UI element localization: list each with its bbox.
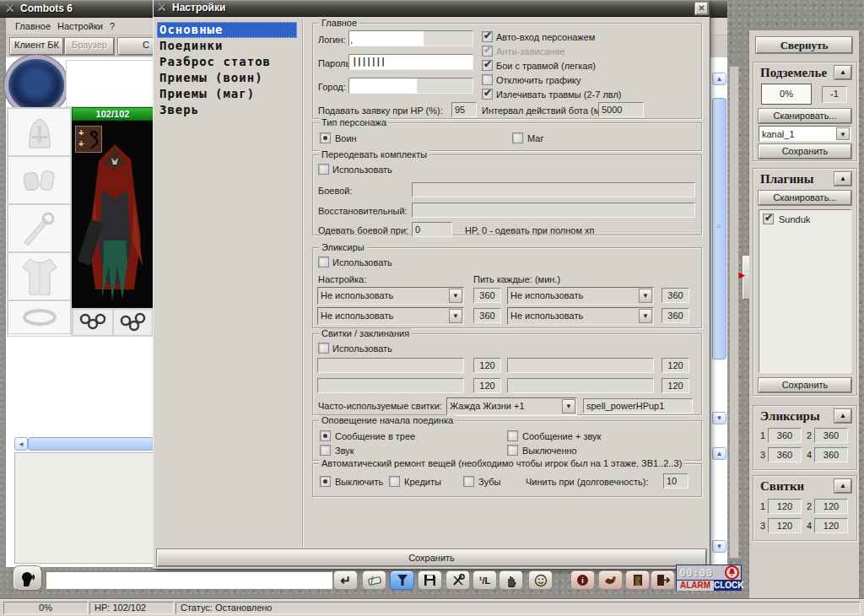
autologin-checkbox[interactable]	[482, 31, 493, 42]
dropdown-arrow-icon[interactable]: ▼	[639, 289, 652, 303]
elixir-minutes-4[interactable]: 360	[662, 308, 689, 323]
elixirs-use-checkbox[interactable]	[318, 257, 329, 267]
formula-button[interactable]: ¹/L	[472, 570, 497, 590]
scrolls-use-checkbox[interactable]	[318, 343, 329, 354]
dialog-titlebar[interactable]: ⚔ Настройки ✕	[154, 0, 710, 17]
notify-tray-radio[interactable]	[320, 430, 331, 441]
scroll-minutes-4[interactable]: 120	[662, 378, 689, 393]
vscroll2-up-icon[interactable]: ▲	[712, 447, 726, 460]
repair-at-field[interactable]: 10	[663, 473, 688, 489]
elixir-cell-value[interactable]: 360	[814, 447, 848, 462]
hands-button[interactable]	[598, 570, 623, 590]
category-item-priemy-voin[interactable]: Приемы (воин)	[157, 70, 297, 86]
vscroll-thumb[interactable]: ≡	[712, 98, 726, 359]
slot-belt[interactable]	[8, 300, 71, 334]
dropdown-arrow-icon[interactable]: ▼	[449, 309, 462, 323]
hand-button[interactable]	[499, 570, 523, 590]
eraser-button[interactable]	[362, 570, 386, 590]
battle-set-field[interactable]	[412, 182, 695, 197]
plugin-list-item[interactable]: Sunduk	[763, 213, 847, 227]
category-item-razbros[interactable]: Разброс статов	[157, 54, 297, 70]
clock-label[interactable]: CLOCK	[714, 580, 742, 591]
chat-button[interactable]	[14, 566, 42, 591]
disable-graphics-checkbox[interactable]	[482, 74, 493, 85]
scroll-minutes-2[interactable]: 120	[662, 358, 689, 373]
slot-helmet[interactable]	[8, 108, 71, 156]
dialog-save-button[interactable]: Сохранить	[157, 549, 706, 566]
heal-injuries-checkbox[interactable]	[482, 89, 493, 100]
menu-settings[interactable]: Настройки	[57, 21, 103, 31]
dungeon-channel-select[interactable]: kanal_1▼	[759, 126, 851, 142]
elixirs-collapse-icon[interactable]: ▲	[834, 409, 851, 423]
mage-radio[interactable]	[512, 132, 523, 143]
scroll-cell-value[interactable]: 120	[768, 499, 802, 514]
dropdown-arrow-icon[interactable]: ▼	[449, 289, 462, 303]
menu-help[interactable]: ?	[110, 21, 115, 31]
repair-teeth-radio[interactable]	[463, 476, 474, 487]
scroll-cell-value[interactable]: 120	[814, 499, 848, 514]
slot-armor[interactable]	[8, 252, 71, 300]
splitter-red-arrow-icon[interactable]: ▸	[739, 268, 745, 281]
elixir-minutes-1[interactable]: 360	[473, 288, 501, 303]
dropdown-arrow-icon[interactable]: ▼	[639, 309, 652, 323]
slot-chain-1[interactable]	[73, 309, 113, 336]
elixir-select-4[interactable]: Не использовать▼	[507, 307, 654, 325]
scroll-minutes-1[interactable]: 120	[473, 358, 501, 373]
hscroll-thumb[interactable]	[28, 437, 154, 451]
scroll-cell-value[interactable]: 120	[814, 518, 848, 533]
smiley-button[interactable]	[528, 570, 553, 590]
notify-off-radio[interactable]	[507, 445, 518, 456]
scroll-cell-value[interactable]: 120	[768, 518, 802, 533]
recovery-set-field[interactable]	[412, 203, 695, 218]
injury-fights-checkbox[interactable]	[482, 60, 493, 71]
vscroll-up-icon[interactable]: ▲	[712, 73, 726, 85]
repair-off-radio[interactable]	[320, 476, 331, 487]
elixir-cell-value[interactable]: 360	[814, 428, 848, 443]
exit-button[interactable]	[651, 570, 675, 590]
city-field[interactable]	[348, 78, 473, 94]
client-bk-button[interactable]: Клиент БК	[10, 38, 63, 55]
elixir-select-3[interactable]: Не использовать▼	[317, 307, 464, 325]
dungeon-scan-button[interactable]: Сканировать...	[759, 109, 851, 123]
vscroll2-down-icon[interactable]: ▼	[712, 540, 726, 553]
plugins-save-button[interactable]: Сохранить	[759, 378, 851, 392]
alarm-clock-widget[interactable]: 00:00 ALARM CLOCK	[676, 565, 742, 591]
save-button[interactable]	[418, 570, 442, 590]
menu-main[interactable]: Главное	[15, 21, 51, 31]
login-field[interactable]: ,	[348, 30, 473, 46]
apply-hp-field[interactable]: 95	[451, 102, 477, 117]
elixir-cell-value[interactable]: 360	[768, 428, 802, 443]
elixir-minutes-3[interactable]: 360	[473, 308, 501, 323]
elixir-cell-value[interactable]: 360	[768, 447, 802, 462]
slot-gloves[interactable]	[8, 156, 71, 204]
bot-interval-field[interactable]: 5000	[598, 102, 644, 117]
dropdown-arrow-icon[interactable]: ▼	[562, 399, 575, 413]
elixir-select-1[interactable]: Не использовать▼	[317, 287, 464, 305]
filter-button[interactable]	[390, 570, 414, 590]
wear-battle-field[interactable]: 0	[412, 222, 452, 237]
category-item-osnovnye[interactable]: Основные	[157, 22, 297, 38]
warrior-radio[interactable]	[320, 132, 331, 143]
hscroll-left-arrow-icon[interactable]: ◄	[14, 437, 28, 451]
category-item-priemy-mag[interactable]: Приемы (маг)	[157, 86, 297, 102]
slot-weapon[interactable]	[8, 204, 71, 252]
alarm-label[interactable]: ALARM	[677, 580, 714, 591]
buff-icon[interactable]: + +	[75, 126, 102, 153]
plugins-collapse-icon[interactable]: ▲	[834, 172, 851, 186]
category-item-zver[interactable]: Зверь	[157, 102, 297, 118]
vscroll-down-icon[interactable]: ▼	[712, 412, 726, 424]
scroll-field-2[interactable]	[507, 358, 654, 373]
frequent-scrolls-select[interactable]: Жажда Жизни +1▼	[446, 397, 577, 415]
collapse-button[interactable]: Свернуть	[756, 37, 852, 53]
partial-button[interactable]: С	[118, 38, 154, 55]
antifreeze-checkbox[interactable]	[482, 46, 493, 57]
frequent-scroll-id-field[interactable]: spell_powerHPup1	[583, 398, 693, 413]
plugins-scan-button[interactable]: Сканировать...	[759, 191, 851, 205]
scrolls-collapse-icon[interactable]: ▲	[834, 479, 851, 493]
scroll-field-3[interactable]	[317, 378, 464, 393]
outfits-use-checkbox[interactable]	[318, 164, 329, 175]
category-item-poedinki[interactable]: Поединки	[157, 38, 297, 54]
chat-input[interactable]	[46, 571, 332, 589]
elixir-minutes-2[interactable]: 360	[662, 288, 689, 303]
scroll-field-1[interactable]	[317, 358, 464, 373]
